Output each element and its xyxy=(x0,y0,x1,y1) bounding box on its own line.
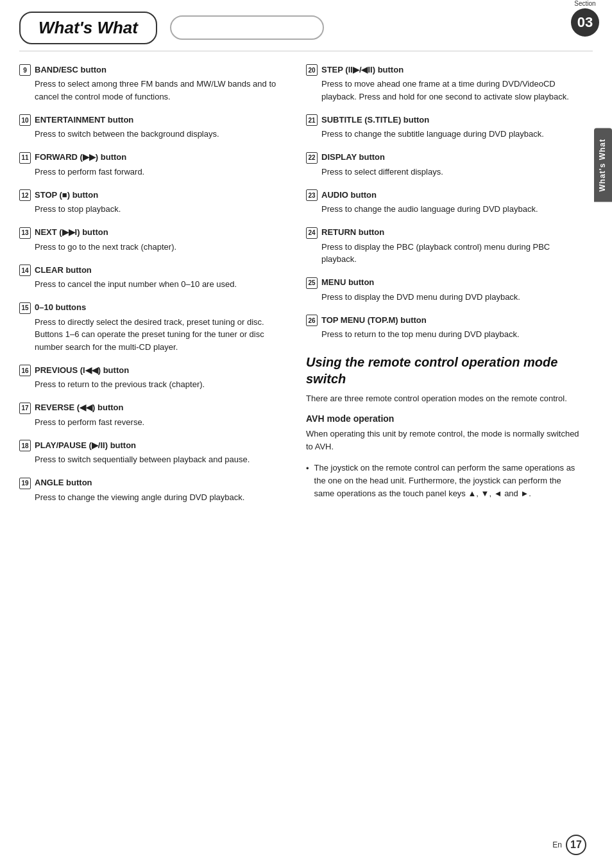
item-number: 26 xyxy=(306,315,318,326)
item-number: 23 xyxy=(306,189,318,201)
list-item: 22 DISPLAY button Press to select differ… xyxy=(306,152,580,178)
item-label: FORWARD (▶▶) button xyxy=(35,152,126,162)
item-number: 11 xyxy=(19,152,31,164)
item-title: 22 DISPLAY button xyxy=(306,152,580,164)
item-number: 21 xyxy=(306,114,318,126)
item-number: 15 xyxy=(19,302,31,314)
item-number: 16 xyxy=(19,365,31,376)
item-body: Press to go to the next track (chapter). xyxy=(19,241,280,254)
right-column: 20 STEP (II▶/◀II) button Press to move a… xyxy=(300,64,580,515)
item-label: MENU button xyxy=(321,277,374,287)
item-body: Press to directly select the desired tra… xyxy=(19,316,280,354)
side-tab: What's What xyxy=(594,128,612,202)
section-label: Section xyxy=(571,0,599,7)
item-title: 23 AUDIO button xyxy=(306,189,580,201)
list-item: 11 FORWARD (▶▶) button Press to perform … xyxy=(19,152,280,178)
list-item: 9 BAND/ESC button Press to select among … xyxy=(19,64,280,103)
item-body: Press to switch sequentially between pla… xyxy=(19,453,280,466)
item-number: 18 xyxy=(19,440,31,451)
item-label: STEP (II▶/◀II) button xyxy=(321,65,404,74)
item-title: 17 REVERSE (◀◀) button xyxy=(19,403,280,414)
list-item: 25 MENU button Press to display the DVD … xyxy=(306,277,580,304)
item-body: Press to return to the top menu during D… xyxy=(306,328,580,341)
item-label: BAND/ESC button xyxy=(35,65,106,74)
item-title: 20 STEP (II▶/◀II) button xyxy=(306,64,580,76)
list-item: 24 RETURN button Press to display the PB… xyxy=(306,227,580,266)
item-body: Press to stop playback. xyxy=(19,203,280,216)
item-number: 13 xyxy=(19,227,31,239)
item-body: Press to move ahead one frame at a time … xyxy=(306,78,580,103)
item-body: Press to return to the previous track (c… xyxy=(19,378,280,391)
list-item: 15 0–10 buttons Press to directly select… xyxy=(19,302,280,354)
item-body: Press to change the viewing angle during… xyxy=(19,491,280,504)
item-label: 0–10 buttons xyxy=(35,302,86,312)
item-number: 25 xyxy=(306,277,318,289)
item-title: 24 RETURN button xyxy=(306,227,580,239)
list-item: 18 PLAY/PAUSE (▶/II) button Press to swi… xyxy=(19,440,280,466)
item-body: Press to display the PBC (playback contr… xyxy=(306,241,580,266)
item-number: 20 xyxy=(306,64,318,76)
item-title: 21 SUBTITLE (S.TITLE) button xyxy=(306,114,580,126)
remote-section-body: There are three remote control operation… xyxy=(306,392,580,405)
footer-page: 17 xyxy=(566,835,586,855)
remote-section: Using the remote control operation mode … xyxy=(306,354,580,501)
list-item: 23 AUDIO button Press to change the audi… xyxy=(306,189,580,216)
item-body: Press to cancel the input number when 0–… xyxy=(19,278,280,291)
item-title: 18 PLAY/PAUSE (▶/II) button xyxy=(19,440,280,451)
item-label: ANGLE button xyxy=(35,478,92,487)
item-number: 9 xyxy=(19,64,31,76)
subsection-heading: AVH mode operation xyxy=(306,413,580,424)
list-item: 20 STEP (II▶/◀II) button Press to move a… xyxy=(306,64,580,103)
list-item: 16 PREVIOUS (I◀◀) button Press to return… xyxy=(19,365,280,391)
item-label: AUDIO button xyxy=(321,190,377,200)
subsection-body: When operating this unit by remote contr… xyxy=(306,428,580,453)
main-content: 9 BAND/ESC button Press to select among … xyxy=(0,51,612,528)
item-number: 19 xyxy=(19,478,31,489)
left-column: 9 BAND/ESC button Press to select among … xyxy=(19,64,300,515)
item-title: 26 TOP MENU (TOP.M) button xyxy=(306,315,580,326)
item-body: Press to select among three FM bands and… xyxy=(19,78,280,103)
list-item: 19 ANGLE button Press to change the view… xyxy=(19,478,280,504)
list-item: 21 SUBTITLE (S.TITLE) button Press to ch… xyxy=(306,114,580,141)
page-header: What's What Section 03 xyxy=(0,0,612,44)
item-title: 15 0–10 buttons xyxy=(19,302,280,314)
item-label: SUBTITLE (S.TITLE) button xyxy=(321,115,429,125)
item-label: RETURN button xyxy=(321,227,384,237)
item-label: PREVIOUS (I◀◀) button xyxy=(35,365,129,375)
list-item: 17 REVERSE (◀◀) button Press to perform … xyxy=(19,403,280,429)
bullet-text: The joystick on the remote control can p… xyxy=(314,462,580,500)
item-body: Press to change the subtitle language du… xyxy=(306,128,580,141)
bullet-dot: • xyxy=(306,462,309,500)
item-label: STOP (■) button xyxy=(35,190,98,200)
item-body: Press to perform fast forward. xyxy=(19,166,280,178)
item-body: Press to switch between the background d… xyxy=(19,128,280,141)
list-item: 10 ENTERTAINMENT button Press to switch … xyxy=(19,114,280,141)
header-middle xyxy=(170,12,586,44)
list-item: 14 CLEAR button Press to cancel the inpu… xyxy=(19,265,280,291)
bullet-item: •The joystick on the remote control can … xyxy=(306,462,580,500)
item-title: 12 STOP (■) button xyxy=(19,189,280,201)
item-number: 24 xyxy=(306,227,318,239)
item-body: Press to perform fast reverse. xyxy=(19,416,280,429)
item-title: 14 CLEAR button xyxy=(19,265,280,276)
item-label: PLAY/PAUSE (▶/II) button xyxy=(35,440,136,450)
section-number: 03 xyxy=(571,8,599,37)
item-number: 10 xyxy=(19,114,31,126)
footer: En 17 xyxy=(552,835,586,855)
item-label: DISPLAY button xyxy=(321,152,385,162)
item-label: CLEAR button xyxy=(35,265,92,275)
item-title: 16 PREVIOUS (I◀◀) button xyxy=(19,365,280,376)
item-number: 14 xyxy=(19,265,31,276)
item-title: 11 FORWARD (▶▶) button xyxy=(19,152,280,164)
title-box: What's What xyxy=(19,12,157,44)
item-title: 19 ANGLE button xyxy=(19,478,280,489)
item-title: 9 BAND/ESC button xyxy=(19,64,280,76)
item-label: NEXT (▶▶I) button xyxy=(35,227,108,237)
item-label: TOP MENU (TOP.M) button xyxy=(321,315,427,325)
footer-lang: En xyxy=(552,840,562,849)
item-number: 22 xyxy=(306,152,318,164)
subsection: AVH mode operation When operating this u… xyxy=(306,413,580,500)
item-title: 13 NEXT (▶▶I) button xyxy=(19,227,280,239)
header-tab xyxy=(170,15,324,40)
remote-section-heading: Using the remote control operation mode … xyxy=(306,354,580,387)
